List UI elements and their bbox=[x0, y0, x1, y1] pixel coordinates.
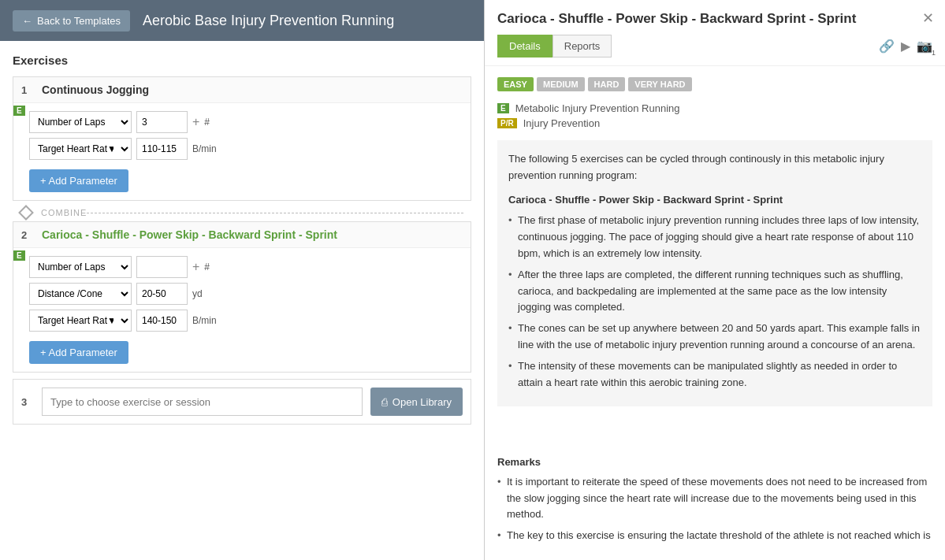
param-row-5: Target Heart Rat▼ B/min bbox=[29, 310, 463, 332]
combine-label: COMBINE bbox=[41, 208, 87, 217]
param-value-1[interactable] bbox=[136, 111, 188, 133]
diff-easy: EASY bbox=[497, 77, 534, 91]
cat-row-1: E Metabolic Injury Prevention Running bbox=[497, 102, 932, 114]
exercise-block-2: 2 Carioca - Shuffle - Power Skip - Backw… bbox=[13, 221, 471, 373]
exercise-1-badge: E bbox=[13, 106, 25, 116]
param-row-1: Number of Laps + # bbox=[29, 111, 463, 133]
desc-bullet-4: The intensity of these movements can be … bbox=[508, 358, 921, 391]
exercise-search-input[interactable] bbox=[42, 388, 363, 416]
param-unit-2: B/min bbox=[192, 143, 217, 154]
back-to-templates-button[interactable]: ← Back to Templates bbox=[13, 10, 130, 32]
arrow-left-icon: ← bbox=[22, 15, 32, 27]
desc-bold-line: Carioca - Shuffle - Power Skip - Backwar… bbox=[508, 192, 921, 209]
exercise-2-header: 2 Carioca - Shuffle - Power Skip - Backw… bbox=[13, 222, 471, 248]
param-select-4[interactable]: Distance /Cone bbox=[29, 283, 132, 305]
desc-bullet-3: The cones can be set up anywhere between… bbox=[508, 321, 921, 354]
param-unit-3: # bbox=[204, 261, 210, 273]
param-value-5[interactable] bbox=[136, 310, 188, 332]
exercises-label: Exercises bbox=[13, 54, 471, 67]
right-icons: 🔗 ▶ 📷 1 bbox=[879, 39, 932, 54]
param-select-1[interactable]: Number of Laps bbox=[29, 111, 132, 133]
exercise-1-number: 1 bbox=[21, 84, 34, 96]
tab-details[interactable]: Details bbox=[497, 35, 552, 57]
param-value-2[interactable] bbox=[136, 138, 188, 160]
exercise-2-params: Number of Laps + # Distance /Cone yd Tar… bbox=[13, 248, 471, 372]
exercise-2-number: 2 bbox=[21, 229, 34, 241]
cat-badge-2: P/R bbox=[497, 118, 517, 128]
cat-label-2: Injury Prevention bbox=[523, 117, 601, 129]
param-select-2[interactable]: Target Heart Rat▼ bbox=[29, 138, 132, 160]
param-select-5[interactable]: Target Heart Rat▼ bbox=[29, 310, 132, 332]
exercises-section: Exercises 1 Continuous Jogging E Number … bbox=[0, 41, 484, 443]
video-icon-button[interactable]: ▶ bbox=[901, 39, 910, 54]
description-box: The following 5 exercises can be cycled … bbox=[497, 140, 932, 406]
remarks-title: Remarks bbox=[497, 456, 932, 468]
desc-intro: The following 5 exercises can be cycled … bbox=[508, 151, 921, 184]
param-select-3[interactable]: Number of Laps bbox=[29, 256, 132, 278]
camera-icon-button[interactable]: 📷 1 bbox=[917, 39, 932, 54]
add-param-button-2[interactable]: + Add Parameter bbox=[29, 341, 128, 364]
diff-medium: MEDIUM bbox=[537, 77, 585, 91]
cat-row-2: P/R Injury Prevention bbox=[497, 117, 932, 129]
exercise-block-1: 1 Continuous Jogging E Number of Laps + … bbox=[13, 76, 471, 201]
exercise-1-name: Continuous Jogging bbox=[42, 83, 149, 96]
remarks-section: Remarks It is important to reiterate the… bbox=[485, 456, 945, 560]
exercise-3-number: 3 bbox=[21, 396, 34, 408]
desc-bullets: The first phase of metabolic injury prev… bbox=[508, 213, 921, 391]
camera-badge: 1 bbox=[932, 49, 936, 57]
param-plus-3[interactable]: + bbox=[192, 260, 199, 274]
exercise-1-params: Number of Laps + # Target Heart Rat▼ B/m… bbox=[13, 103, 471, 200]
exercise-2-name: Carioca - Shuffle - Power Skip - Backwar… bbox=[42, 228, 337, 241]
desc-bullet-1: The first phase of metabolic injury prev… bbox=[508, 213, 921, 261]
left-panel: ← Back to Templates Aerobic Base Injury … bbox=[0, 0, 485, 560]
add-param-button-1[interactable]: + Add Parameter bbox=[29, 169, 128, 192]
remark-bullet-1: It is important to reiterate the speed o… bbox=[497, 474, 932, 523]
param-row-4: Distance /Cone yd bbox=[29, 283, 463, 305]
back-button-label: Back to Templates bbox=[37, 15, 121, 27]
right-panel: Carioca - Shuffle - Power Skip - Backwar… bbox=[485, 0, 945, 560]
open-library-label: Open Library bbox=[393, 396, 452, 408]
exercise-2-badge: E bbox=[13, 250, 25, 261]
param-value-4[interactable] bbox=[136, 283, 188, 305]
right-tabs: Details Reports 🔗 ▶ 📷 1 bbox=[497, 35, 932, 57]
param-unit-4: yd bbox=[192, 288, 203, 299]
desc-bullet-2: After the three laps are completed, the … bbox=[508, 267, 921, 316]
param-unit-5: B/min bbox=[192, 315, 217, 326]
top-bar: ← Back to Templates Aerobic Base Injury … bbox=[0, 0, 484, 41]
diff-veryhard: VERY HARD bbox=[628, 77, 691, 91]
close-button[interactable]: ✕ bbox=[922, 9, 934, 27]
combine-line bbox=[87, 213, 463, 213]
tab-reports[interactable]: Reports bbox=[552, 35, 612, 57]
category-tags: E Metabolic Injury Prevention Running P/… bbox=[497, 102, 932, 129]
right-header: Carioca - Shuffle - Power Skip - Backwar… bbox=[485, 0, 945, 66]
open-library-icon: ⎙ bbox=[381, 396, 388, 408]
open-library-button[interactable]: ⎙ Open Library bbox=[370, 388, 463, 416]
right-content: EASY MEDIUM HARD VERY HARD E Metabolic I… bbox=[485, 66, 945, 456]
exercise-1-header: 1 Continuous Jogging bbox=[13, 77, 471, 103]
difficulty-row: EASY MEDIUM HARD VERY HARD bbox=[497, 77, 932, 91]
right-title: Carioca - Shuffle - Power Skip - Backwar… bbox=[497, 11, 932, 27]
param-plus-1[interactable]: + bbox=[192, 115, 199, 129]
exercise-slot-3: 3 ⎙ Open Library bbox=[13, 379, 471, 425]
param-unit-1: # bbox=[204, 117, 210, 128]
remarks-bullets: It is important to reiterate the speed o… bbox=[497, 474, 932, 544]
param-row-3: Number of Laps + # bbox=[29, 256, 463, 278]
param-row-2: Target Heart Rat▼ B/min bbox=[29, 138, 463, 160]
diff-hard: HARD bbox=[588, 77, 626, 91]
cat-label-1: Metabolic Injury Prevention Running bbox=[515, 102, 680, 114]
cat-badge-1: E bbox=[497, 103, 509, 113]
combine-diamond-icon bbox=[18, 205, 34, 221]
link-icon-button[interactable]: 🔗 bbox=[879, 39, 895, 54]
remark-bullet-2: The key to this exercise is ensuring the… bbox=[497, 528, 932, 544]
template-title: Aerobic Base Injury Prevention Running bbox=[143, 13, 394, 29]
combine-divider: COMBINE bbox=[13, 207, 471, 218]
param-value-3[interactable] bbox=[136, 256, 188, 278]
